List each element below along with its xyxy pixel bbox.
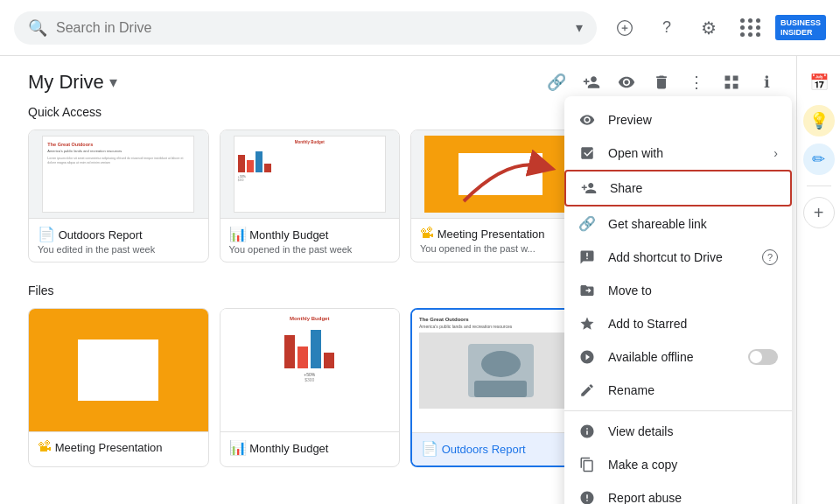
- menu-item-share[interactable]: Share: [564, 170, 792, 206]
- preview-toolbar-btn[interactable]: [611, 66, 642, 98]
- search-box[interactable]: 🔍 ▾: [14, 11, 597, 45]
- starred-menu-icon: [578, 316, 596, 332]
- apps-icon[interactable]: [733, 10, 768, 46]
- quick-access-card-budget[interactable]: Monthly Budget +50% $300 📊 Monthly Budge…: [220, 130, 401, 262]
- files-outdoors-info: 📄 Outdoors Report: [412, 432, 590, 466]
- outdoors-file-info: 📄 Outdoors Report You edited in the past…: [29, 218, 208, 262]
- files-slides-thumb: [29, 309, 208, 431]
- files-slides-icon: 📽: [38, 439, 52, 454]
- files-card-budget[interactable]: Monthly Budget +50% $300 📊 Monthly Budge…: [220, 308, 401, 467]
- rs-calendar-icon[interactable]: 📅: [803, 66, 835, 98]
- files-outdoors-link[interactable]: Outdoors Report: [442, 443, 526, 456]
- files-slides-info: 📽 Meeting Presentation: [29, 431, 208, 464]
- drive-title-dropdown[interactable]: ▾: [109, 73, 117, 92]
- open-with-menu-icon: [578, 145, 596, 161]
- menu-item-rename[interactable]: Rename: [564, 374, 792, 407]
- right-sidebar: 📅 💡 ✏ +: [796, 56, 840, 504]
- search-icon: 🔍: [28, 18, 47, 38]
- make-copy-menu-label: Make a copy: [608, 458, 778, 472]
- share-menu-label: Share: [610, 181, 776, 195]
- share-menu-icon: [580, 180, 598, 196]
- business-insider-badge[interactable]: BUSINESSINSIDER: [775, 15, 826, 41]
- add-shortcut-menu-icon: [578, 249, 596, 265]
- toolbar-actions: 🔗 ⋮ ℹ: [541, 66, 782, 98]
- slides-file-info: 📽 Meeting Presentation You opened in the…: [411, 218, 591, 261]
- quick-access-card-outdoors[interactable]: The Great Outdoors America's public land…: [28, 130, 209, 262]
- files-outdoors-thumb-content: The Great Outdoors America's public land…: [412, 310, 590, 432]
- doc-icon: 📄: [38, 227, 55, 242]
- trash-toolbar-btn[interactable]: [646, 66, 677, 98]
- slides-file-name: 📽 Meeting Presentation: [420, 226, 582, 242]
- preview-menu-icon: [578, 112, 596, 128]
- files-outdoors-name: 📄 Outdoors Report: [421, 440, 581, 457]
- files-outdoors-thumb: The Great Outdoors America's public land…: [412, 310, 590, 432]
- slides-icon: 📽: [420, 226, 434, 241]
- outdoors-file-name: 📄 Outdoors Report: [38, 226, 200, 242]
- rs-keep-icon[interactable]: 💡: [803, 105, 835, 136]
- rs-add-btn[interactable]: +: [803, 197, 835, 228]
- google-meet-icon[interactable]: [607, 10, 642, 46]
- offline-menu-label: Available offline: [608, 350, 736, 364]
- sheet-icon: 📊: [229, 227, 247, 242]
- files-doc-icon: 📄: [421, 441, 438, 456]
- budget-thumb: Monthly Budget +50% $300: [220, 130, 400, 218]
- more-toolbar-btn[interactable]: ⋮: [681, 66, 712, 98]
- budget-thumb-content: Monthly Budget +50% $300: [234, 136, 386, 213]
- add-person-toolbar-btn[interactable]: [576, 66, 607, 98]
- help-icon[interactable]: ?: [649, 10, 684, 46]
- rs-divider: [807, 186, 831, 186]
- budget-file-info: 📊 Monthly Budget You opened in the past …: [220, 218, 400, 262]
- menu-item-get-link[interactable]: 🔗 Get shareable link: [564, 206, 792, 241]
- files-budget-thumb: Monthly Budget +50% $300: [220, 309, 400, 431]
- files-slides-inner: [78, 340, 158, 401]
- files-budget-thumb-content: Monthly Budget +50% $300: [220, 309, 400, 431]
- menu-item-preview[interactable]: Preview: [564, 103, 792, 136]
- offline-toggle[interactable]: [748, 349, 778, 365]
- make-copy-menu-icon: [578, 457, 596, 472]
- files-budget-name: 📊 Monthly Budget: [229, 439, 391, 456]
- files-slides-thumb-content: [29, 309, 208, 431]
- slides-inner: [458, 153, 542, 195]
- menu-item-report-abuse[interactable]: Report abuse: [564, 481, 792, 504]
- offline-menu-icon: [578, 349, 596, 365]
- report-abuse-menu-icon: [578, 490, 596, 504]
- grid-view-btn[interactable]: [716, 66, 747, 98]
- outdoors-file-meta: You edited in the past week: [38, 244, 200, 255]
- settings-icon[interactable]: ⚙: [691, 10, 726, 46]
- menu-item-make-copy[interactable]: Make a copy: [564, 448, 792, 481]
- report-abuse-menu-label: Report abuse: [608, 491, 778, 504]
- drive-title-group: My Drive ▾: [28, 71, 117, 94]
- shortcut-help-icon: ?: [762, 249, 778, 265]
- menu-divider-1: [564, 410, 792, 411]
- my-drive-label: My Drive: [28, 71, 104, 94]
- get-link-toolbar-btn[interactable]: 🔗: [541, 66, 572, 98]
- outdoors-thumb-content: The Great Outdoors America's public land…: [42, 136, 194, 213]
- menu-item-move-to[interactable]: Move to: [564, 274, 792, 307]
- files-slides-name: 📽 Meeting Presentation: [38, 439, 200, 455]
- info-toolbar-btn[interactable]: ℹ: [751, 66, 782, 98]
- topbar-right: ? ⚙ BUSINESSINSIDER: [607, 10, 826, 46]
- files-card-slides[interactable]: 📽 Meeting Presentation: [28, 308, 209, 467]
- get-link-menu-label: Get shareable link: [608, 217, 778, 231]
- preview-menu-label: Preview: [608, 113, 778, 127]
- search-dropdown-icon[interactable]: ▾: [576, 19, 583, 36]
- view-details-menu-icon: [578, 424, 596, 439]
- menu-item-starred[interactable]: Add to Starred: [564, 307, 792, 340]
- add-shortcut-menu-label: Add shortcut to Drive: [608, 250, 750, 264]
- slides-thumb-content: [424, 136, 577, 213]
- rename-menu-label: Rename: [608, 383, 778, 397]
- context-menu: Preview Open with › Share 🔗 Get shareabl…: [564, 96, 792, 504]
- menu-item-offline[interactable]: Available offline: [564, 340, 792, 374]
- menu-item-view-details[interactable]: View details: [564, 415, 792, 448]
- search-input[interactable]: [56, 20, 567, 36]
- open-with-menu-label: Open with: [608, 146, 761, 160]
- files-budget-info: 📊 Monthly Budget: [220, 431, 400, 465]
- budget-file-name: 📊 Monthly Budget: [229, 226, 391, 242]
- get-link-menu-icon: 🔗: [578, 215, 596, 232]
- outdoors-thumb: The Great Outdoors America's public land…: [29, 130, 208, 218]
- menu-item-open-with[interactable]: Open with ›: [564, 136, 792, 170]
- rename-menu-icon: [578, 382, 596, 398]
- rs-tasks-icon[interactable]: ✏: [803, 144, 835, 175]
- menu-item-add-shortcut[interactable]: Add shortcut to Drive ?: [564, 241, 792, 274]
- files-sheet-icon: 📊: [229, 440, 247, 455]
